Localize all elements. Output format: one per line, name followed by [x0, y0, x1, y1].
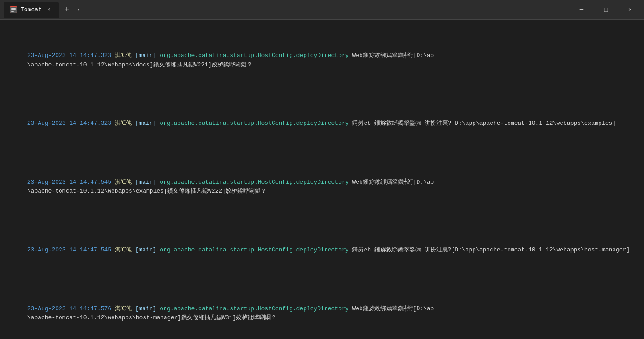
app-window: Tomcat × + ▾ ─ □ × 23-Aug-2023 14:14:47.…: [0, 0, 644, 339]
log-line-cont: \apache-tomcat-10.1.12\webapps\docs]鑽夊儏缃…: [27, 62, 252, 68]
log-line-cont: \apache-tomcat-10.1.12\webapps\host-mana…: [27, 314, 277, 321]
log-line: 23-Aug-2023 14:14:47.576 淇℃伅 [main] org.…: [27, 305, 434, 312]
tab-icon: [10, 6, 17, 13]
svg-rect-3: [11, 11, 14, 12]
title-bar: Tomcat × + ▾ ─ □ ×: [0, 0, 644, 20]
svg-rect-1: [11, 8, 16, 9]
svg-rect-2: [11, 9, 16, 10]
log-block-5: 23-Aug-2023 14:14:47.576 淇℃伅 [main] org.…: [6, 295, 638, 332]
log-line: 23-Aug-2023 14:14:47.545 淇℃伅 [main] org.…: [27, 179, 434, 185]
log-line: 23-Aug-2023 14:14:47.323 淇℃伅 [main] org.…: [27, 120, 616, 127]
log-line-cont: \apache-tomcat-10.1.12\webapps\examples]…: [27, 188, 266, 194]
log-block-4: 23-Aug-2023 14:14:47.545 淇℃伅 [main] org.…: [6, 237, 638, 264]
maximize-button[interactable]: □: [596, 3, 616, 17]
log-block-3: 23-Aug-2023 14:14:47.545 淇℃伅 [main] org.…: [6, 169, 638, 205]
log-block-2: 23-Aug-2023 14:14:47.323 淇℃伅 [main] org.…: [6, 110, 638, 137]
tab-dropdown-button[interactable]: ▾: [73, 4, 84, 16]
minimize-button[interactable]: ─: [571, 3, 592, 17]
tab-close-button[interactable]: ×: [45, 6, 52, 13]
tab-title: Tomcat: [21, 6, 42, 13]
new-tab-button[interactable]: +: [61, 4, 73, 16]
active-tab[interactable]: Tomcat ×: [4, 2, 59, 18]
console-output: 23-Aug-2023 14:14:47.323 淇℃伅 [main] org.…: [0, 20, 644, 339]
log-line: 23-Aug-2023 14:14:47.545 淇℃伅 [main] org.…: [27, 247, 630, 253]
log-block-1: 23-Aug-2023 14:14:47.323 淇℃伅 [main] org.…: [6, 42, 638, 79]
log-line: 23-Aug-2023 14:14:47.323 淇℃伅 [main] org.…: [27, 52, 434, 59]
close-button[interactable]: ×: [620, 3, 640, 17]
tab-area: Tomcat × + ▾: [4, 2, 571, 18]
window-controls: ─ □ ×: [571, 3, 640, 17]
